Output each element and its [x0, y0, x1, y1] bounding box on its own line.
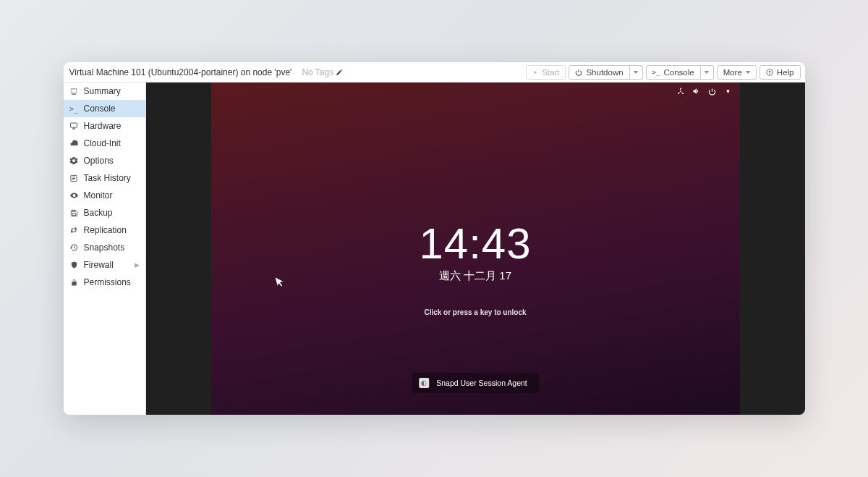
more-button[interactable]: More [717, 65, 757, 80]
tags-label: No Tags [302, 67, 333, 77]
start-button[interactable]: Start [526, 65, 566, 80]
svg-rect-2 [71, 123, 77, 127]
notification-app-icon: ◐ [419, 378, 429, 388]
chevron-down-icon [746, 71, 750, 74]
cloud-icon [69, 139, 79, 148]
unlock-icon [69, 278, 79, 287]
gear-icon [69, 156, 79, 165]
power-icon [575, 69, 582, 76]
body: Summary >_ Console Hardware Cloud-Init O… [64, 83, 805, 415]
list-icon [69, 174, 79, 182]
volume-icon[interactable] [692, 87, 701, 96]
terminal-icon: >_ [69, 105, 79, 113]
sidebar-item-console[interactable]: >_ Console [64, 100, 145, 117]
sync-icon [69, 226, 79, 235]
shutdown-button[interactable]: Shutdown [569, 65, 629, 80]
console-margin-left [146, 83, 211, 415]
sidebar-item-firewall[interactable]: Firewall ▶ [64, 256, 145, 274]
network-icon[interactable] [676, 87, 685, 96]
summary-icon [69, 88, 79, 96]
help-button[interactable]: ? Help [760, 65, 801, 80]
save-icon [69, 209, 79, 217]
lock-screen-date: 週六 十二月 17 [439, 269, 511, 283]
play-icon [532, 69, 538, 75]
sidebar-item-permissions[interactable]: Permissions [64, 274, 145, 291]
chevron-down-icon [634, 71, 638, 74]
content-area: ▶ ▼ 14:43 週六 十二月 17 Click or press a key… [146, 83, 805, 415]
lock-screen-hint: Click or press a key to unlock [424, 308, 526, 316]
lock-screen-time: 14:43 [419, 219, 531, 269]
console-button-group: >_ Console [646, 65, 714, 80]
chevron-right-icon: ▶ [135, 261, 140, 269]
help-icon: ? [766, 69, 773, 76]
cursor-icon [275, 275, 286, 289]
shield-icon [69, 261, 79, 269]
sidebar-item-monitor[interactable]: Monitor [64, 187, 145, 204]
sidebar-item-backup[interactable]: Backup [64, 204, 145, 221]
sidebar: Summary >_ Console Hardware Cloud-Init O… [64, 83, 146, 415]
eye-icon [69, 191, 79, 200]
chevron-down-icon [705, 71, 709, 74]
menu-caret-icon[interactable]: ▼ [724, 87, 733, 96]
tags-area[interactable]: No Tags [302, 67, 343, 77]
header: Virtual Machine 101 (Ubuntu2004-portaine… [64, 62, 805, 83]
svg-text:?: ? [768, 70, 771, 75]
shutdown-caret[interactable] [630, 65, 643, 80]
svg-point-6 [680, 88, 681, 90]
console-button[interactable]: >_ Console [646, 65, 701, 80]
svg-rect-5 [72, 210, 75, 211]
terminal-icon: >_ [652, 69, 660, 76]
power-icon[interactable] [708, 87, 717, 96]
console-caret[interactable] [701, 65, 714, 80]
sidebar-item-summary[interactable]: Summary [64, 83, 145, 100]
sidebar-item-cloud-init[interactable]: Cloud-Init [64, 135, 145, 152]
history-icon [69, 243, 79, 252]
sidebar-item-replication[interactable]: Replication [64, 221, 145, 239]
sidebar-item-snapshots[interactable]: Snapshots [64, 239, 145, 256]
svg-rect-4 [72, 213, 76, 215]
lock-screen-notification[interactable]: ◐ Snapd User Session Agent [412, 373, 539, 393]
shutdown-button-group: Shutdown [569, 65, 642, 80]
sidebar-item-task-history[interactable]: Task History [64, 169, 145, 187]
monitor-icon [69, 122, 79, 130]
vm-console-screen[interactable]: ▼ 14:43 週六 十二月 17 Click or press a key t… [211, 83, 740, 415]
vm-topbar: ▼ [676, 87, 733, 96]
page-title: Virtual Machine 101 (Ubuntu2004-portaine… [69, 67, 292, 77]
sidebar-item-hardware[interactable]: Hardware [64, 117, 145, 135]
vm-window: Virtual Machine 101 (Ubuntu2004-portaine… [64, 62, 805, 415]
sidebar-item-options[interactable]: Options [64, 152, 145, 169]
pencil-icon [336, 69, 343, 76]
